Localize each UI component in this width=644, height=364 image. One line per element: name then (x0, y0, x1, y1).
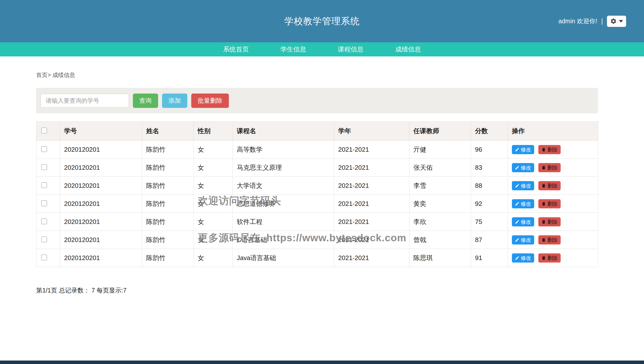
table-header-row: 学号 姓名 性别 课程名 学年 任课教师 分数 操作 (36, 122, 598, 140)
trash-icon (541, 256, 546, 260)
row-checkbox[interactable] (41, 255, 47, 260)
cell-course: 高等数学 (233, 140, 334, 158)
edit-icon (515, 147, 520, 152)
select-all-checkbox[interactable] (41, 128, 47, 134)
row-checkbox[interactable] (41, 218, 47, 224)
content: 首页> 成绩信息 查询 添加 批量删除 学号 姓名 性别 课程名 学年 任课教师… (36, 71, 598, 294)
col-header-gender: 性别 (194, 122, 233, 140)
cell-score: 83 (471, 158, 508, 177)
cell-course: 大学语文 (233, 177, 334, 195)
row-checkbox[interactable] (41, 182, 47, 188)
edit-button[interactable]: 修改 (512, 145, 534, 154)
nav-item-courses[interactable]: 课程信息 (336, 45, 365, 54)
table-row: 2020120201 陈韵竹 女 思想道德修养 2021-2021 黄奕 92 … (36, 195, 598, 213)
delete-button[interactable]: 删除 (538, 181, 560, 190)
cell-score: 91 (471, 249, 508, 267)
cell-score: 92 (471, 195, 508, 213)
row-checkbox[interactable] (41, 236, 47, 242)
edit-icon (515, 238, 520, 242)
trash-icon (541, 202, 546, 206)
gear-icon (610, 18, 617, 24)
delete-button[interactable]: 删除 (538, 217, 560, 226)
cell-actions: 修改 删除 (508, 177, 598, 195)
batch-delete-button[interactable]: 批量删除 (191, 94, 229, 108)
add-button[interactable]: 添加 (162, 94, 187, 108)
settings-dropdown[interactable] (607, 16, 626, 27)
edit-button[interactable]: 修改 (512, 199, 534, 208)
footer-bar (0, 360, 644, 364)
trash-icon (541, 238, 546, 242)
cell-student-id: 2020120201 (60, 195, 142, 213)
edit-button[interactable]: 修改 (512, 181, 534, 190)
cell-course: Java语言基础 (233, 249, 334, 267)
col-header-actions: 操作 (508, 122, 598, 140)
delete-button[interactable]: 删除 (538, 163, 560, 172)
cell-student-id: 2020120201 (60, 249, 142, 267)
delete-button[interactable]: 删除 (538, 235, 560, 244)
nav-item-scores[interactable]: 成绩信息 (394, 45, 422, 54)
table-row: 2020120201 陈韵竹 女 马克思主义原理 2021-2021 张天佑 8… (36, 158, 598, 177)
cell-actions: 修改 删除 (508, 249, 598, 267)
cell-name: 陈韵竹 (142, 177, 194, 195)
col-header-student-id: 学号 (60, 122, 142, 140)
cell-course: C语言基础 (233, 231, 334, 249)
toolbar: 查询 添加 批量删除 (36, 88, 598, 113)
edit-icon (515, 256, 520, 260)
user-area: admin 欢迎你! | (558, 16, 626, 27)
cell-teacher: 李欣 (410, 213, 471, 231)
cell-gender: 女 (194, 195, 233, 213)
nav-item-home[interactable]: 系统首页 (222, 45, 250, 54)
cell-year: 2021-2021 (334, 177, 410, 195)
delete-button[interactable]: 删除 (538, 199, 560, 208)
table-row: 2020120201 陈韵竹 女 C语言基础 2021-2021 曾戟 87 修… (36, 231, 598, 249)
edit-button[interactable]: 修改 (512, 254, 534, 262)
app-title: 学校教学管理系统 (284, 15, 360, 28)
delete-button[interactable]: 删除 (538, 254, 560, 262)
nav-item-students[interactable]: 学生信息 (279, 45, 308, 54)
cell-score: 87 (471, 231, 508, 249)
cell-name: 陈韵竹 (142, 213, 194, 231)
search-button[interactable]: 查询 (133, 94, 158, 108)
col-header-course: 课程名 (233, 122, 334, 140)
pagination-info: 第1/1页 总记录数： 7 每页显示:7 (36, 286, 598, 294)
user-greeting: admin 欢迎你! (558, 17, 597, 25)
cell-year: 2021-2021 (334, 231, 410, 249)
cell-gender: 女 (194, 231, 233, 249)
cell-score: 75 (471, 213, 508, 231)
search-input[interactable] (40, 94, 129, 108)
cell-year: 2021-2021 (334, 249, 410, 267)
scores-table: 学号 姓名 性别 课程名 学年 任课教师 分数 操作 2020120201 陈韵… (36, 122, 598, 267)
table-row: 2020120201 陈韵竹 女 高等数学 2021-2021 亓健 96 修改… (36, 140, 598, 158)
trash-icon (541, 220, 546, 224)
row-checkbox[interactable] (41, 164, 47, 170)
cell-course: 软件工程 (233, 213, 334, 231)
col-header-name: 姓名 (142, 122, 194, 140)
cell-course: 思想道德修养 (233, 195, 334, 213)
edit-button[interactable]: 修改 (512, 163, 534, 172)
cell-gender: 女 (194, 158, 233, 177)
cell-actions: 修改 删除 (508, 231, 598, 249)
cell-course: 马克思主义原理 (233, 158, 334, 177)
cell-student-id: 2020120201 (60, 213, 142, 231)
edit-icon (515, 220, 520, 224)
row-checkbox[interactable] (41, 200, 47, 206)
cell-actions: 修改 删除 (508, 213, 598, 231)
cell-teacher: 李雪 (410, 177, 471, 195)
delete-button[interactable]: 删除 (538, 145, 560, 154)
caret-down-icon (619, 20, 623, 22)
trash-icon (541, 147, 546, 152)
cell-year: 2021-2021 (334, 195, 410, 213)
cell-year: 2021-2021 (334, 158, 410, 177)
separator: | (601, 17, 603, 25)
col-header-year: 学年 (334, 122, 410, 140)
cell-gender: 女 (194, 249, 233, 267)
row-checkbox[interactable] (41, 146, 47, 152)
edit-button[interactable]: 修改 (512, 217, 534, 226)
edit-button[interactable]: 修改 (512, 235, 534, 244)
cell-name: 陈韵竹 (142, 249, 194, 267)
cell-name: 陈韵竹 (142, 140, 194, 158)
cell-teacher: 张天佑 (410, 158, 471, 177)
cell-year: 2021-2021 (334, 213, 410, 231)
cell-actions: 修改 删除 (508, 195, 598, 213)
select-all-cell (36, 122, 60, 140)
